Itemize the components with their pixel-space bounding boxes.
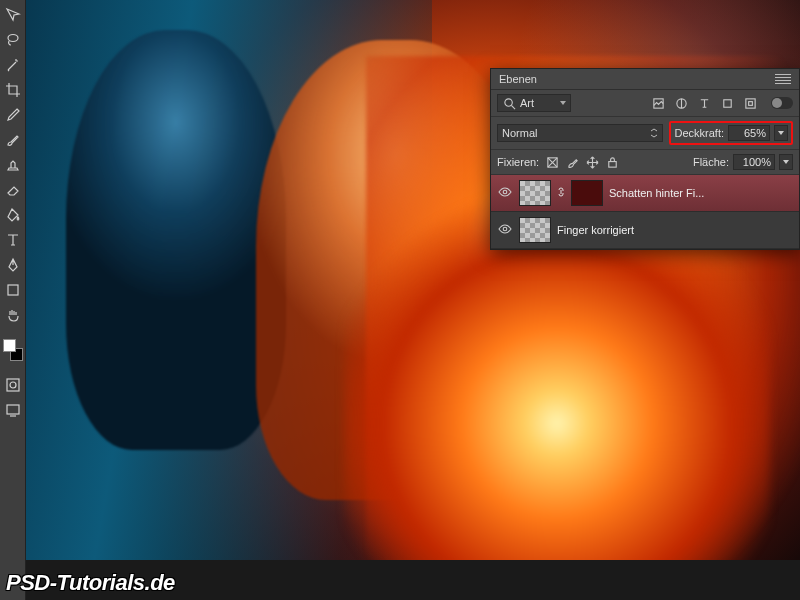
svg-point-3 bbox=[10, 382, 16, 388]
filter-smartobject-icon[interactable] bbox=[743, 96, 757, 110]
lock-all-icon[interactable] bbox=[605, 155, 619, 169]
screen-mode-toggle[interactable] bbox=[2, 399, 24, 421]
layer-filter-kind-label: Art bbox=[520, 97, 534, 109]
chevron-down-icon bbox=[778, 131, 784, 135]
svg-rect-9 bbox=[745, 98, 754, 107]
opacity-label: Deckkraft: bbox=[674, 127, 724, 139]
filter-shape-icon[interactable] bbox=[720, 96, 734, 110]
dropdown-icon bbox=[650, 128, 658, 138]
move-tool[interactable] bbox=[2, 4, 24, 26]
fill-dropdown-button[interactable] bbox=[779, 154, 793, 170]
filter-pixel-icon[interactable] bbox=[651, 96, 665, 110]
svg-point-5 bbox=[504, 98, 511, 105]
svg-rect-8 bbox=[723, 99, 730, 106]
artwork-figure-left bbox=[66, 30, 286, 450]
layer-list: Schatten hinter Fi... Finger korrigiert bbox=[491, 175, 799, 249]
eraser-tool[interactable] bbox=[2, 179, 24, 201]
blend-mode-select[interactable]: Normal bbox=[497, 124, 663, 142]
panel-menu-button[interactable] bbox=[775, 74, 791, 84]
layer-row[interactable]: Finger korrigiert bbox=[491, 212, 799, 249]
paint-bucket-tool[interactable] bbox=[2, 204, 24, 226]
opacity-input[interactable]: 65% bbox=[728, 125, 770, 141]
eyedropper-tool[interactable] bbox=[2, 104, 24, 126]
opacity-value: 65% bbox=[744, 127, 766, 139]
svg-rect-4 bbox=[7, 405, 19, 414]
layer-filter-kind-select[interactable]: Art bbox=[497, 94, 571, 112]
layer-name[interactable]: Schatten hinter Fi... bbox=[609, 187, 793, 199]
lock-label: Fixieren: bbox=[497, 156, 539, 168]
clone-stamp-tool[interactable] bbox=[2, 154, 24, 176]
lasso-tool[interactable] bbox=[2, 29, 24, 51]
panel-title[interactable]: Ebenen bbox=[499, 73, 537, 85]
svg-point-14 bbox=[503, 227, 507, 231]
svg-rect-2 bbox=[7, 379, 19, 391]
dropdown-icon bbox=[560, 101, 566, 105]
lock-position-icon[interactable] bbox=[585, 155, 599, 169]
fill-input[interactable]: 100% bbox=[733, 154, 775, 170]
crop-tool[interactable] bbox=[2, 79, 24, 101]
blend-mode-value: Normal bbox=[502, 127, 537, 139]
layer-row[interactable]: Schatten hinter Fi... bbox=[491, 175, 799, 212]
lock-pixels-icon[interactable] bbox=[565, 155, 579, 169]
layer-mask-thumbnail[interactable] bbox=[571, 180, 603, 206]
fill-label: Fläche: bbox=[693, 156, 729, 168]
filter-toggle[interactable] bbox=[771, 97, 793, 109]
layers-panel: Ebenen Art Normal Deckkraft: bbox=[490, 68, 800, 250]
layer-thumbnail[interactable] bbox=[519, 180, 551, 206]
lock-fill-row: Fixieren: Fläche: 100% bbox=[491, 150, 799, 175]
lock-transparency-icon[interactable] bbox=[545, 155, 559, 169]
filter-adjustment-icon[interactable] bbox=[674, 96, 688, 110]
panel-tab-bar: Ebenen bbox=[491, 69, 799, 90]
tool-strip bbox=[0, 0, 26, 600]
visibility-toggle[interactable] bbox=[497, 224, 513, 236]
blend-opacity-row: Normal Deckkraft: 65% bbox=[491, 117, 799, 150]
filter-type-icon[interactable] bbox=[697, 96, 711, 110]
visibility-toggle[interactable] bbox=[497, 187, 513, 199]
layer-name[interactable]: Finger korrigiert bbox=[557, 224, 793, 236]
quickmask-toggle[interactable] bbox=[2, 374, 24, 396]
magic-wand-tool[interactable] bbox=[2, 54, 24, 76]
svg-rect-1 bbox=[8, 285, 18, 295]
color-swatches[interactable] bbox=[3, 339, 23, 361]
shape-tool[interactable] bbox=[2, 279, 24, 301]
foreground-color-swatch[interactable] bbox=[3, 339, 16, 352]
svg-rect-10 bbox=[748, 101, 752, 105]
opacity-dropdown-button[interactable] bbox=[774, 125, 788, 141]
chevron-down-icon bbox=[783, 160, 789, 164]
brush-tool[interactable] bbox=[2, 129, 24, 151]
layer-thumbnail[interactable] bbox=[519, 217, 551, 243]
fill-value: 100% bbox=[743, 156, 771, 168]
svg-point-13 bbox=[503, 190, 507, 194]
type-tool[interactable] bbox=[2, 229, 24, 251]
hand-tool[interactable] bbox=[2, 304, 24, 326]
mask-link-icon[interactable] bbox=[557, 186, 565, 200]
layer-filter-row: Art bbox=[491, 90, 799, 117]
search-icon bbox=[502, 96, 516, 110]
svg-point-0 bbox=[8, 35, 18, 42]
pen-tool[interactable] bbox=[2, 254, 24, 276]
watermark-text: PSD-Tutorials.de bbox=[6, 570, 175, 596]
svg-rect-12 bbox=[608, 161, 615, 167]
opacity-group-highlight: Deckkraft: 65% bbox=[669, 121, 793, 145]
